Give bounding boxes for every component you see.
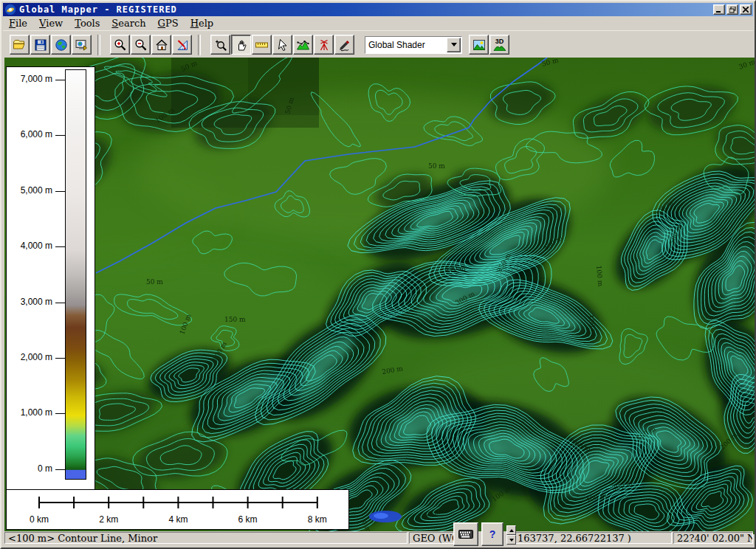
status-coordinates: 163737, 22.66722137 ) [514,532,672,544]
zoom-scale-icon [176,38,189,52]
3d-view-icon [493,44,506,51]
lake [374,513,388,519]
legend-label: 3,000 m [8,297,52,307]
dropdown-arrow-button[interactable] [447,38,461,52]
contour-elevation-label: 500 m [444,265,466,272]
digitizer-pen-icon [338,38,351,52]
menu-gps[interactable]: GPS [152,17,185,30]
toolbar: Global Shader 3D [3,30,753,58]
shader-dropdown-value: Global Shader [365,38,446,52]
measure-ruler-icon [255,38,269,52]
status-bar: <100 m> Contour Line, Minor GEO (WGS8 16… [3,531,753,545]
path-profile-button[interactable] [293,35,313,55]
status-projection: GEO (WGS8 [409,532,455,544]
open-file-button[interactable] [10,35,30,55]
toolbar-group-view: 3D [467,35,512,55]
close-icon [743,7,749,13]
elevation-legend: 7,000 m6,000 m5,000 m4,000 m3,000 m2,000… [6,66,95,497]
legend-label: 5,000 m [8,185,52,196]
contour-elevation-label: 50 m [146,278,163,286]
legend-tick [55,303,65,303]
legend-tick [55,246,65,247]
legend-label: 7,000 m [8,74,52,84]
minimize-button[interactable] [713,4,725,15]
zoom-tool-button[interactable] [210,35,230,55]
raster-display-button[interactable] [469,35,489,55]
scale-label: 8 km [308,514,327,525]
menu-tools[interactable]: Tools [69,17,106,30]
map-view[interactable]: 50 m100 m50 m50 m30 m50 m50 m150 m100 m1… [4,58,755,534]
legend-tick [55,413,65,414]
scale-bar-graphic: 0 km2 km4 km6 km8 km [7,490,348,529]
export-display-button[interactable] [72,35,92,55]
app-icon [4,4,16,15]
pan-hand-icon [235,38,248,52]
view-shed-antenna-icon [317,38,331,52]
zoom-in-button[interactable] [110,35,130,55]
view-shed-button[interactable] [314,35,334,55]
restore-icon [729,7,736,13]
menu-help[interactable]: Help [185,17,220,30]
save-icon [34,38,47,52]
chevron-up-icon [509,529,514,532]
pick-arrow-icon [276,38,289,52]
terrain-map[interactable]: 50 m100 m50 m50 m30 m50 m50 m150 m100 m1… [4,58,755,534]
toolbar-group-zoom [108,35,195,55]
close-button[interactable] [740,4,752,15]
help-button[interactable]: ? [481,522,504,546]
scale-label: 4 km [168,514,188,525]
status-message: <100 m> Contour Line, Minor [4,532,408,544]
zoom-to-scale-button[interactable] [172,35,192,55]
legend-tick [55,80,65,80]
title-bar[interactable]: Global Mapper - REGISTERED [3,3,753,16]
keyboard-entry-button[interactable] [453,522,478,546]
legend-label: 1,000 m [8,407,52,418]
legend-tick [55,469,65,470]
digitizer-tool-button[interactable] [334,35,354,55]
chevron-down-icon [451,43,457,46]
full-view-button[interactable] [151,35,171,55]
download-online-data-button[interactable] [51,35,71,55]
legend-tick [55,358,65,359]
export-display-icon [75,38,89,52]
menu-view[interactable]: View [33,17,69,30]
pick-tool-button[interactable] [272,35,292,55]
status-lat-lon: 22?40' 02.00" N, 114?22' 17.89" E [673,532,753,544]
shader-dropdown[interactable]: Global Shader [365,36,462,54]
elevation-gradient-bar [65,69,86,480]
distance-scale-bar: 0 km2 km4 km6 km8 km [6,489,349,530]
menu-search[interactable]: Search [106,17,151,30]
scale-label: 2 km [99,514,118,525]
toolbar-separator [97,35,100,55]
legend-label: 0 m [8,463,52,474]
pan-tool-button[interactable] [231,35,251,55]
menu-file[interactable]: File [3,17,33,30]
legend-tick [55,135,65,136]
toolbar-group-tools [208,35,357,55]
zoom-tool-icon [214,38,227,52]
app-window: Global Mapper - REGISTERED File View Too… [0,0,756,549]
full-view-home-icon [155,38,168,52]
toolbar-group-file [7,35,94,55]
zoom-out-button[interactable] [131,35,151,55]
view-3d-label: 3D [495,38,504,44]
zoom-in-icon [114,38,127,52]
legend-label: 2,000 m [8,352,52,362]
path-profile-icon [296,38,310,52]
raster-image-icon [472,38,486,52]
spinner-up-button[interactable] [506,525,516,535]
measure-tool-button[interactable] [252,35,272,55]
open-folder-icon [13,38,27,52]
keyboard-icon [458,530,473,539]
restore-button[interactable] [726,4,738,15]
legend-tick [55,191,65,192]
globe-icon [55,38,68,52]
window-title: Global Mapper - REGISTERED [19,4,712,15]
save-button[interactable] [30,35,50,55]
help-question-icon: ? [489,528,496,540]
spinner-down-button[interactable] [506,535,516,545]
contour-elevation-label: 150 m [224,316,246,323]
status-spinner[interactable] [506,525,516,545]
legend-label: 6,000 m [8,129,52,139]
view-3d-button[interactable]: 3D [489,35,509,55]
